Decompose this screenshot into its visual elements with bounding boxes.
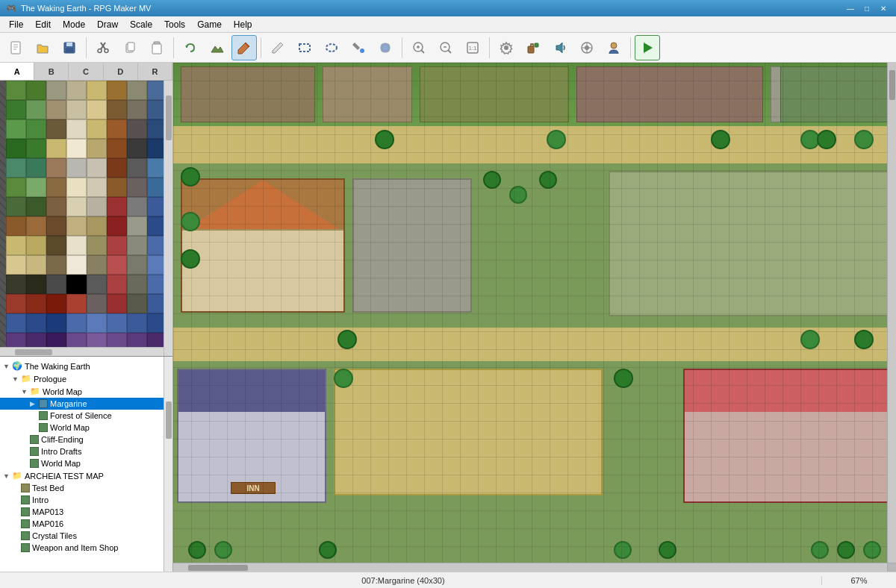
menu-scale[interactable]: Scale	[124, 18, 158, 31]
undo-button[interactable]	[178, 35, 203, 60]
terrain-button[interactable]	[205, 35, 230, 60]
svg-point-7	[98, 49, 102, 52]
tree-item-world-map-folder[interactable]: ▼ 📁 World Map	[0, 385, 164, 398]
menu-edit[interactable]: Edit	[29, 18, 57, 31]
tree-item-map016[interactable]: ▶ MAP016	[0, 518, 164, 530]
maximize-button[interactable]: □	[860, 3, 874, 13]
svg-point-17	[360, 49, 364, 53]
sep1	[86, 37, 87, 58]
label-weapon-shop: Weapon and Item Shop	[32, 543, 118, 552]
rect-button[interactable]	[292, 35, 317, 60]
tileset-tabs[interactable]: A B C D R	[0, 63, 172, 81]
tree-item-margarine[interactable]: ▶ Margarine	[0, 398, 164, 410]
menu-game[interactable]: Game	[191, 18, 228, 31]
tree-item-weapon-shop[interactable]: ▶ Weapon and Item Shop	[0, 542, 164, 554]
cut-button[interactable]	[90, 35, 116, 60]
sep6	[630, 37, 631, 58]
menu-file[interactable]: File	[3, 18, 29, 31]
menu-draw[interactable]: Draw	[91, 18, 124, 31]
label-waking-earth: The Waking Earth	[25, 362, 90, 371]
label-archeia: ARCHEIA TEST MAP	[25, 472, 104, 481]
svg-rect-0	[11, 42, 20, 54]
tree-item-testbed[interactable]: ▶ Test Bed	[0, 482, 164, 494]
play-button[interactable]	[635, 35, 660, 60]
tree-item-world-map-3[interactable]: ▶ World Map	[0, 457, 164, 469]
label-crystal-tiles: Crystal Tiles	[32, 531, 77, 540]
tileset-tab-c[interactable]: C	[69, 63, 103, 80]
tree-item-forest[interactable]: ▶ Forest of Silence	[0, 410, 164, 422]
menu-tools[interactable]: Tools	[158, 18, 191, 31]
map-tree-scrollbar[interactable]	[164, 357, 172, 572]
sep3	[261, 37, 261, 58]
tree-item-map013[interactable]: ▶ MAP013	[0, 506, 164, 518]
zoom-actual-button[interactable]: 1:1	[460, 35, 485, 60]
shadow-button[interactable]	[373, 35, 398, 60]
svg-line-24	[448, 50, 451, 53]
svg-rect-10	[128, 43, 134, 51]
draw-mode-button[interactable]	[231, 35, 257, 60]
label-world-map-2: World Map	[50, 423, 90, 432]
svg-rect-6	[66, 48, 73, 53]
resource-button[interactable]	[574, 35, 600, 60]
save-button[interactable]	[57, 35, 82, 60]
minimize-button[interactable]: —	[844, 3, 857, 13]
zoom-in-button[interactable]	[406, 35, 432, 60]
map-editor[interactable]: INN	[173, 63, 896, 572]
tree-item-prologue[interactable]: ▼ 📁 Prologue	[0, 372, 164, 385]
titlebar-controls[interactable]: — □ ✕	[844, 3, 890, 13]
audio-button[interactable]	[547, 35, 573, 60]
tree-item-waking-earth[interactable]: ▼ 🌍 The Waking Earth	[0, 360, 164, 372]
menubar: File Edit Mode Draw Scale Tools Game Hel…	[0, 16, 896, 33]
label-testbed: Test Bed	[32, 484, 64, 492]
svg-rect-12	[152, 44, 161, 54]
tree-item-cliff[interactable]: ▶ Cliff-Ending	[0, 434, 164, 445]
tileset-tab-a[interactable]: A	[0, 63, 34, 80]
tree-item-archeia[interactable]: ▼ 📁 ARCHEIA TEST MAP	[0, 469, 164, 482]
map-tree-row: ▼ 🌍 The Waking Earth ▼ 📁 Prologue ▼ 📁 Wo…	[0, 357, 172, 572]
svg-point-8	[105, 49, 108, 52]
grid-overlay	[173, 63, 896, 572]
zoom-out-button[interactable]	[433, 35, 458, 60]
map-editor-scrollbar-h[interactable]	[173, 563, 887, 572]
svg-point-34	[611, 43, 617, 49]
tileset-tab-d[interactable]: D	[104, 63, 138, 80]
plugins-button[interactable]	[520, 35, 546, 60]
new-button[interactable]	[3, 35, 28, 60]
label-world-map-3: World Map	[41, 459, 81, 468]
svg-rect-15	[299, 44, 310, 51]
svg-rect-29	[535, 43, 538, 47]
copy-button[interactable]	[117, 35, 143, 60]
statusbar-map-info: 007:Margarine (40x30)	[0, 576, 806, 585]
paste-button[interactable]	[144, 35, 169, 60]
label-cliff: Cliff-Ending	[41, 435, 84, 444]
tileset-area[interactable]	[0, 81, 172, 357]
label-intro-drafts: Intro Drafts	[41, 447, 81, 456]
tree-item-crystal-tiles[interactable]: ▶ Crystal Tiles	[0, 530, 164, 542]
fill-bucket-button[interactable]	[346, 35, 371, 60]
svg-line-21	[421, 50, 424, 53]
statusbar: 007:Margarine (40x30) 67%	[0, 572, 896, 588]
tileset-tab-b[interactable]: B	[34, 63, 69, 80]
ellipse-button[interactable]	[319, 35, 344, 60]
map-tree[interactable]: ▼ 🌍 The Waking Earth ▼ 📁 Prologue ▼ 📁 Wo…	[0, 357, 164, 572]
tree-item-intro-drafts[interactable]: ▶ Intro Drafts	[0, 445, 164, 457]
menu-mode[interactable]: Mode	[57, 18, 91, 31]
app-icon: 🎮	[6, 4, 16, 13]
tileset-tab-r[interactable]: R	[138, 63, 172, 80]
settings-button[interactable]	[494, 35, 519, 60]
label-map016: MAP016	[32, 519, 63, 528]
open-button[interactable]	[30, 35, 55, 60]
label-world-map-folder: World Map	[43, 387, 82, 396]
tree-item-world-map-2[interactable]: ▶ World Map	[0, 422, 164, 434]
svg-marker-35	[644, 43, 653, 53]
character-button[interactable]	[601, 35, 626, 60]
main-layout: A B C D R	[0, 63, 896, 572]
close-button[interactable]: ✕	[877, 3, 890, 13]
titlebar-title: 🎮 The Waking Earth - RPG Maker MV	[6, 4, 151, 13]
left-panel: A B C D R	[0, 63, 173, 572]
map-editor-scrollbar-v[interactable]	[887, 63, 896, 563]
map-canvas: INN	[173, 63, 896, 572]
menu-help[interactable]: Help	[228, 18, 258, 31]
tree-item-intro[interactable]: ▶ Intro	[0, 494, 164, 506]
pencil-button[interactable]	[265, 35, 290, 60]
